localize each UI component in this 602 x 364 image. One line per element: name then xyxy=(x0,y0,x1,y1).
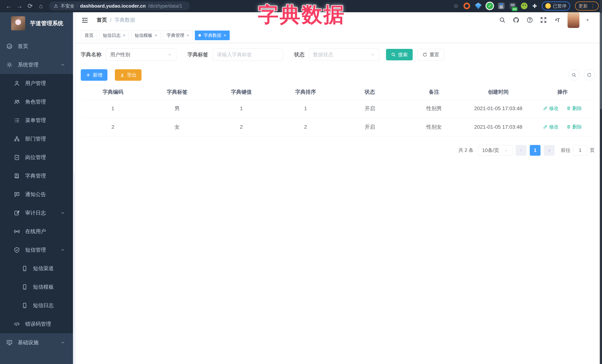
goto-label: 前往 xyxy=(561,147,570,154)
goto-page-input[interactable]: 1 xyxy=(573,145,587,156)
sidebar-item-notice[interactable]: 通知公告 xyxy=(0,185,73,204)
on-badge: on xyxy=(512,7,517,11)
col-header-actions: 操作 xyxy=(530,85,595,99)
close-icon[interactable]: × xyxy=(155,33,157,38)
cell-actions: 修改 删除 xyxy=(530,99,595,118)
ext-sliders-icon[interactable] xyxy=(498,3,505,9)
help-icon[interactable] xyxy=(527,17,533,23)
browser-reload-icon[interactable]: ⟳ xyxy=(25,2,36,10)
browser-update-button[interactable]: 更新 ⋮ xyxy=(575,1,599,10)
cell-code: 2 xyxy=(81,118,145,136)
sidebar-scrollbar-thumb[interactable] xyxy=(73,14,75,173)
fullscreen-icon[interactable] xyxy=(540,17,547,23)
edit-link[interactable]: 修改 xyxy=(543,105,559,112)
close-icon[interactable]: × xyxy=(123,33,125,38)
bookmark-star-icon[interactable]: ☆ xyxy=(453,2,459,10)
filter-form: 字典名称 用户性别 字典标签 请输入字典标签 状态 数据状态 搜索 重 xyxy=(81,49,595,61)
font-size-icon[interactable] xyxy=(554,17,560,23)
ext-check-icon[interactable]: ✓ xyxy=(486,3,493,9)
pagination: 共 2 条 10条/页 ‹ 1 › 前往 1 页 xyxy=(81,145,595,156)
breadcrumb-home[interactable]: 首页 xyxy=(97,16,107,23)
tab-home[interactable]: 首页 xyxy=(81,31,97,40)
menu-list-icon xyxy=(14,117,20,124)
sidebar-item-error-codes[interactable]: 错误码管理 xyxy=(0,315,73,333)
page-scrollbar-thumb[interactable] xyxy=(600,13,602,109)
ext-gem-icon[interactable] xyxy=(475,3,482,9)
export-button[interactable]: 导出 xyxy=(115,69,141,81)
ext-orange-icon[interactable] xyxy=(463,3,470,9)
cell-created: 2021-01-05 17:03:48 xyxy=(466,99,530,118)
browser-menu-icon[interactable]: ⋮ xyxy=(590,3,595,9)
prev-page-button[interactable]: ‹ xyxy=(516,145,527,156)
cell-label: 男 xyxy=(145,99,209,118)
sidebar-item-label: 菜单管理 xyxy=(25,117,46,124)
tab-sms-template[interactable]: 短信模板× xyxy=(131,31,161,40)
search-button[interactable]: 搜索 xyxy=(386,49,413,60)
sidebar-item-sms[interactable]: 短信管理 xyxy=(0,241,73,259)
browser-home-icon[interactable]: ⌂ xyxy=(36,2,46,10)
sidebar-item-audit-log[interactable]: 审计日志 xyxy=(0,204,73,222)
edit-link[interactable]: 修改 xyxy=(543,124,559,130)
profile-paused-chip[interactable]: 已暂停 xyxy=(542,1,570,10)
app-title: 芋道管理系统 xyxy=(30,20,63,27)
close-icon[interactable]: × xyxy=(224,33,226,38)
ext-bot-icon[interactable] xyxy=(521,3,527,9)
browser-back-icon[interactable]: ← xyxy=(3,2,14,10)
app-logo-row[interactable]: 芋道管理系统 xyxy=(0,12,73,34)
sidebar-scrollbar[interactable] xyxy=(73,12,75,364)
tab-sms-log[interactable]: 短信日志× xyxy=(99,31,129,40)
sidebar-item-departments[interactable]: 部门管理 xyxy=(0,130,73,148)
phone-icon xyxy=(22,302,28,309)
reset-button[interactable]: 重置 xyxy=(418,49,444,60)
message-icon xyxy=(14,191,20,198)
paused-label: 已暂停 xyxy=(553,3,567,9)
dict-label-input[interactable]: 请输入字典标签 xyxy=(213,49,283,61)
sidebar-item-sms-template[interactable]: 短信模板 xyxy=(0,278,73,296)
user-avatar[interactable] xyxy=(568,12,580,28)
address-bar[interactable]: ⚠ 不安全 dashboard.yudao.iocoder.cn /dict/t… xyxy=(49,1,190,10)
close-icon[interactable]: × xyxy=(186,33,189,38)
sidebar-item-posts[interactable]: 岗位管理 xyxy=(0,148,73,167)
sidebar-item-dict[interactable]: 字典管理 xyxy=(0,167,73,185)
ext-on-icon[interactable]: on xyxy=(509,3,516,9)
delete-link[interactable]: 删除 xyxy=(566,105,582,112)
sidebar-item-home[interactable]: 首页 xyxy=(0,37,73,56)
table-toolbar: 新增 导出 xyxy=(81,69,595,81)
extensions-puzzle-icon[interactable]: ✚ xyxy=(532,3,537,9)
dict-name-select[interactable]: 用户性别 xyxy=(106,49,176,61)
next-page-button[interactable]: › xyxy=(544,145,555,156)
sidebar-item-system[interactable]: 系统管理 xyxy=(0,56,73,74)
tab-dict-manage[interactable]: 字典管理× xyxy=(163,31,193,40)
status-placeholder: 数据状态 xyxy=(313,51,333,58)
sidebar-item-roles[interactable]: 角色管理 xyxy=(0,93,73,111)
delete-link[interactable]: 删除 xyxy=(566,124,582,130)
tab-dict-data[interactable]: 字典数据× xyxy=(195,31,230,40)
sidebar-item-menus[interactable]: 菜单管理 xyxy=(0,111,73,130)
toggle-search-button[interactable] xyxy=(569,70,580,80)
org-tree-icon xyxy=(14,136,20,142)
page-size-select[interactable]: 10条/页 xyxy=(478,145,512,156)
add-button[interactable]: 新增 xyxy=(81,69,108,81)
sidebar-item-users[interactable]: 用户管理 xyxy=(0,74,73,93)
sidebar-collapse-icon[interactable] xyxy=(81,17,88,23)
sidebar-item-label: 部门管理 xyxy=(25,135,46,142)
refresh-button[interactable] xyxy=(584,70,595,80)
github-icon[interactable] xyxy=(513,17,519,23)
tabs-bar: 首页 短信日志× 短信模板× 字典管理× 字典数据× xyxy=(75,28,600,43)
sidebar-item-online-users[interactable]: 在线用户 xyxy=(0,222,73,241)
sidebar: 芋道管理系统 首页 系统管理 用户管理 角色管理 菜单管理 部门管理 xyxy=(0,12,73,364)
page-scrollbar[interactable] xyxy=(600,0,602,364)
search-icon[interactable] xyxy=(499,17,506,23)
status-select[interactable]: 数据状态 xyxy=(309,49,379,61)
browser-forward-icon[interactable]: → xyxy=(14,2,25,10)
sidebar-item-sms-channel[interactable]: 短信渠道 xyxy=(0,259,73,278)
sidebar-item-label: 首页 xyxy=(18,43,28,50)
tab-label: 短信模板 xyxy=(135,32,152,38)
current-page-button[interactable]: 1 xyxy=(530,145,540,156)
profile-face-icon xyxy=(545,3,551,9)
col-header-status: 状态 xyxy=(338,85,402,99)
sidebar-item-infrastructure[interactable]: 基础设施 xyxy=(0,333,73,352)
avatar-caret-icon[interactable]: ▾ xyxy=(586,17,589,23)
search-button-label: 搜索 xyxy=(398,52,408,58)
sidebar-item-sms-log[interactable]: 短信日志 xyxy=(0,296,73,315)
